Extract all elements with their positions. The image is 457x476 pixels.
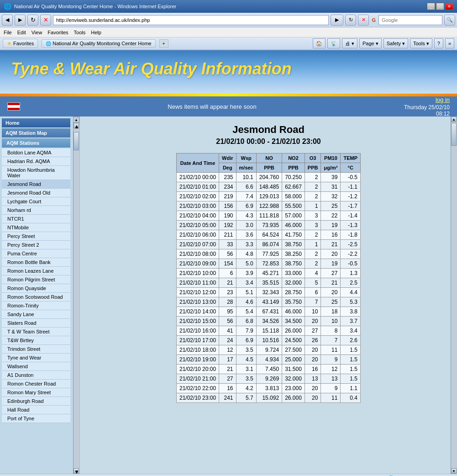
sidebar-station-25[interactable]: A1 Dunston <box>2 371 70 380</box>
cell-4-5: 3 <box>305 211 321 221</box>
home-button[interactable]: 🏠 <box>313 38 326 48</box>
sidebar-item-aqm-stations[interactable]: AQM Stations <box>2 138 70 148</box>
cell-15-1: 56 <box>219 317 236 326</box>
sidebar-station-9[interactable]: Percy Street <box>2 232 70 241</box>
sidebar-item-aqm-map[interactable]: AQM Station Map <box>2 128 70 138</box>
sidebar-station-28[interactable]: Edinburgh Road <box>2 397 70 406</box>
window-controls[interactable]: _ □ ✕ <box>427 3 453 10</box>
sidebar-station-21[interactable]: T&W Birtley <box>2 336 70 345</box>
favorites-button[interactable]: ★ Favorites <box>3 39 38 48</box>
cell-5-1: 192 <box>219 221 236 230</box>
cell-20-4: 31.500 <box>282 365 305 374</box>
sidebar-station-19[interactable]: Slaters Road <box>2 319 70 328</box>
sidebar-station-10[interactable]: Percy Street 2 <box>2 241 70 249</box>
menu-view[interactable]: View <box>32 30 42 35</box>
tab-new[interactable]: + <box>159 39 309 48</box>
sidebar-station-4[interactable]: Jesmond Road Old <box>2 189 70 197</box>
sidebar-station-7[interactable]: NTCR1 <box>2 215 70 223</box>
refresh-page-button[interactable]: ↻ <box>345 15 356 26</box>
go-button[interactable]: ▶ <box>331 15 343 26</box>
sidebar-station-6[interactable]: Norham rd <box>2 206 70 215</box>
sidebar-station-8[interactable]: NTMobile <box>2 223 70 232</box>
cell-8-1: 56 <box>219 249 236 259</box>
print-button[interactable]: 🖨 ▾ <box>342 38 357 48</box>
sidebar-station-13[interactable]: Romon Leazes Lane <box>2 267 70 275</box>
cell-20-0: 21/02/10 20:00 <box>177 365 219 374</box>
minimize-button[interactable]: _ <box>427 3 435 10</box>
sidebar-station-27[interactable]: Romon Mary Street <box>2 388 70 397</box>
cell-8-6: 20 <box>321 249 341 259</box>
sidebar-station-30[interactable]: Port of Tyne <box>2 414 70 423</box>
sidebar-station-15[interactable]: Romon Quayside <box>2 284 70 293</box>
maximize-button[interactable]: □ <box>436 3 444 10</box>
sidebar-station-5[interactable]: Lychgate Court <box>2 197 70 206</box>
scrollbar-thumb[interactable] <box>74 132 79 150</box>
sidebar-station-16[interactable]: Romon Scotswood Road <box>2 293 70 301</box>
menu-edit[interactable]: Edit <box>17 30 26 35</box>
forward-button[interactable]: ▶ <box>15 15 26 26</box>
scrollbar-up-arrow[interactable]: ▲ <box>74 123 79 128</box>
sidebar-scroll-up[interactable]: ▲ <box>73 116 79 123</box>
stop-page-button[interactable]: ✕ <box>358 15 369 26</box>
sidebar-station-1[interactable]: Hadrian Rd. AQMA <box>2 157 70 166</box>
col-header-no-2: PPB <box>256 163 282 173</box>
feeds-button[interactable]: 📡 <box>327 38 340 48</box>
address-bar[interactable] <box>53 15 329 25</box>
login-link[interactable]: log in <box>436 96 450 103</box>
tools-button[interactable]: Tools ▾ <box>410 38 432 48</box>
cell-1-4: 62.667 <box>282 182 305 192</box>
search-input[interactable] <box>378 15 442 25</box>
main-layout: ▲ Home AQM Station Map AQM Stations Bold… <box>0 116 457 474</box>
sidebar-station-29[interactable]: Hall Road <box>2 406 70 414</box>
stop-button[interactable]: ✕ <box>40 15 51 26</box>
help-button[interactable]: ? <box>434 38 443 48</box>
cell-15-2: 6.8 <box>236 317 256 326</box>
table-row: 21/02/10 22:00164.23.81323.0002091.1 <box>177 384 361 393</box>
scrollbar-down-arrow[interactable]: ▼ <box>74 468 79 474</box>
sidebar-station-3[interactable]: Jesmond Road <box>2 180 70 189</box>
sidebar-station-18[interactable]: Sandy Lane <box>2 310 70 319</box>
cell-21-0: 21/02/10 21:00 <box>177 374 219 384</box>
content-scroll-thumb[interactable] <box>451 123 457 146</box>
menu-tools[interactable]: Tools <box>74 30 86 35</box>
tab-item[interactable]: 🌐 National Air Quality Monitoring Center… <box>42 39 155 48</box>
sidebar-station-23[interactable]: Tyne and Wear <box>2 354 70 362</box>
menu-help[interactable]: Help <box>91 30 101 35</box>
menu-file[interactable]: File <box>4 30 12 35</box>
sidebar-station-17[interactable]: Romon-Trinity <box>2 301 70 310</box>
content-scroll-down[interactable]: ▼ <box>451 468 457 474</box>
news-text: News items will appear here soon <box>25 103 399 110</box>
cell-11-2: 3.4 <box>236 278 256 288</box>
sidebar-station-11[interactable]: Puma Centre <box>2 249 70 258</box>
cell-4-3: 111.818 <box>256 211 282 221</box>
sidebar-station-12[interactable]: Romon Bottle Bank <box>2 258 70 267</box>
browser-toolbar: ◀ ▶ ↻ ✕ ▶ ↻ ✕ G 🔍 <box>0 13 457 27</box>
cell-10-6: 27 <box>321 269 341 278</box>
sidebar-item-home[interactable]: Home <box>2 118 70 127</box>
sidebar-station-22[interactable]: Trimdon Street <box>2 345 70 354</box>
safety-button[interactable]: Safety ▾ <box>383 38 408 48</box>
back-button[interactable]: ◀ <box>2 15 13 26</box>
table-row: 21/02/10 20:00213.17.45031.50016121.5 <box>177 365 361 374</box>
browser-title: National Air Quality Monitoring Center H… <box>14 4 424 9</box>
cell-8-2: 4.8 <box>236 249 256 259</box>
content-scroll-up[interactable]: ▲ <box>451 116 457 122</box>
page-button[interactable]: Page ▾ <box>359 38 382 48</box>
close-button[interactable]: ✕ <box>445 3 453 10</box>
search-button[interactable]: 🔍 <box>444 15 455 26</box>
sidebar-station-14[interactable]: Romon Pilgrim Street <box>2 275 70 284</box>
cell-0-3: 204.760 <box>256 173 282 182</box>
sidebar-station-0[interactable]: Boldon Lane AQMA <box>2 148 70 157</box>
cell-16-1: 41 <box>219 326 236 336</box>
sidebar-station-20[interactable]: T & W Team Street <box>2 328 70 336</box>
cell-13-0: 21/02/10 13:00 <box>177 297 219 307</box>
content-scrollbar[interactable]: ▲ ▼ <box>451 116 457 474</box>
cell-10-0: 21/02/10 10:00 <box>177 269 219 278</box>
sidebar-station-26[interactable]: Romon Chester Road <box>2 380 70 388</box>
sidebar-station-2[interactable]: Howdon Northumbria Water <box>2 166 70 180</box>
menu-favorites[interactable]: Favorites <box>47 30 68 35</box>
sidebar-station-24[interactable]: Wallsend <box>2 362 70 371</box>
expand-button[interactable]: » <box>445 38 454 48</box>
refresh-button[interactable]: ↻ <box>27 15 38 26</box>
sidebar-scrollbar[interactable]: ▲ ▼ <box>73 123 79 474</box>
